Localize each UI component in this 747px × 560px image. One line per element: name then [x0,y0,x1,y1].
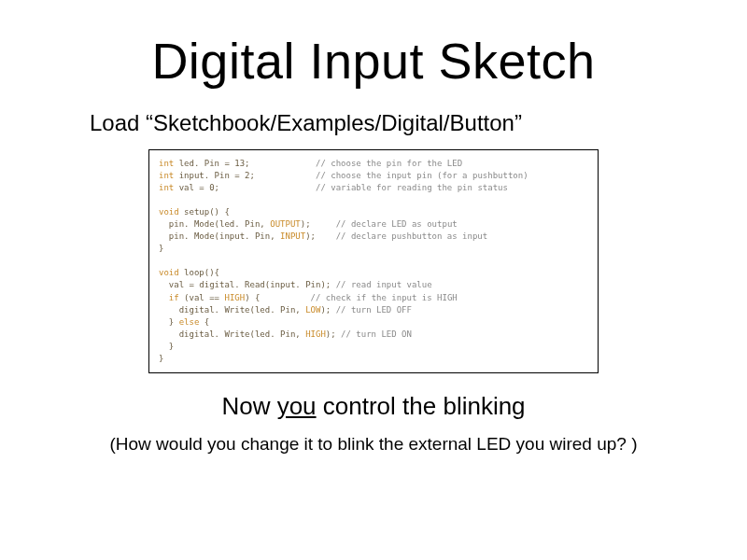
code-comment: // declare pushbutton as input [336,231,488,241]
code-const: HIGH [305,329,326,339]
code-text: ); [320,305,335,315]
code-text: setup() { [179,207,230,217]
code-kw: int [159,159,174,168]
code-text: led. Pin = 13; [174,159,316,168]
code-comment: // choose the input pin (for a pushbutto… [316,171,529,180]
code-comment: // turn LED OFF [336,305,412,315]
code-comment: // check if the input is HIGH [311,293,458,302]
footer1-you: you [277,392,317,420]
code-kw: void [159,268,179,277]
code-text: ); [301,219,336,229]
code-kw: else [179,317,200,327]
code-const: INPUT [280,231,305,241]
code-text: digital. Write(led. Pin, [159,329,305,339]
code-comment: // variable for reading the pin status [316,183,508,192]
slide-title: Digital Input Sketch [0,32,747,90]
code-text: digital. Write(led. Pin, [159,305,305,315]
code-text: ); [305,231,336,241]
footer-line-2: (How would you change it to blink the ex… [0,434,747,455]
code-text: ) { [245,293,310,302]
footer-line-1: Now you control the blinking [0,392,747,421]
code-kw: int [159,183,174,192]
code-text: } [159,354,163,363]
code-text: ); [326,329,341,339]
code-text: pin. Mode(led. Pin, [159,219,270,229]
code-text: } [159,317,179,327]
slide-subtitle: Load “Sketchbook/Examples/Digital/Button… [90,110,747,136]
code-comment: // read input value [336,280,432,289]
code-text: pin. Mode(input. Pin, [159,231,280,241]
code-kw: int [159,171,174,180]
slide: Digital Input Sketch Load “Sketchbook/Ex… [0,32,747,560]
code-block: int led. Pin = 13; // choose the pin for… [148,149,599,373]
code-comment: // turn LED ON [341,329,412,339]
code-comment: // declare LED as output [336,219,458,229]
code-comment: // choose the pin for the LED [316,159,462,168]
footer1-post: control the blinking [317,392,526,420]
footer1-pre: Now [221,392,276,420]
code-kw: if [159,293,179,302]
code-kw: void [159,207,179,217]
code-text: (val == [179,293,225,302]
code-const: LOW [305,305,320,315]
code-text: } [159,244,163,253]
code-const: HIGH [224,293,245,302]
code-text: val = digital. Read(input. Pin); [159,280,336,289]
code-text: val = 0; [174,183,316,192]
code-text: { [199,317,209,327]
code-text: loop(){ [179,268,219,277]
code-const: OUTPUT [270,219,301,229]
code-text: } [159,342,174,351]
code-text: input. Pin = 2; [174,171,316,180]
